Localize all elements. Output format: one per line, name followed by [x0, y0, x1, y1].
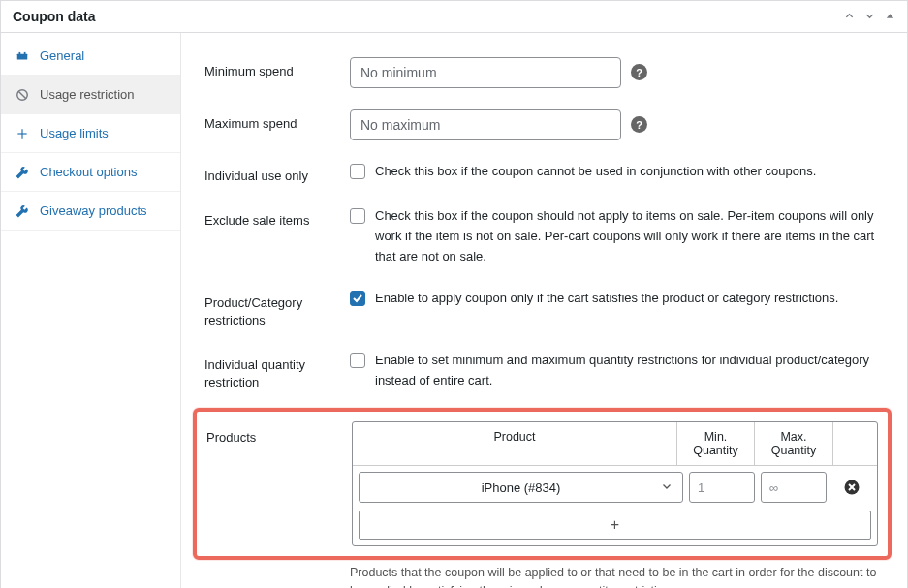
sidebar-item-giveaway-products[interactable]: Giveaway products: [1, 192, 180, 231]
sidebar-item-label: Usage limits: [40, 126, 109, 140]
collapse-icon[interactable]: [885, 11, 895, 23]
row-minimum-spend: Minimum spend ?: [204, 46, 884, 99]
move-up-icon[interactable]: [844, 11, 855, 23]
iq-restriction-text: Enable to set minimum and maximum quanti…: [375, 351, 884, 391]
panel-body: General Usage restriction Usage limits C…: [1, 33, 907, 588]
product-row: iPhone (#834): [353, 466, 877, 509]
close-icon: [843, 479, 861, 496]
products-table: Product Min. Quantity Max. Quantity iPho…: [352, 421, 878, 546]
label-maximum-spend: Maximum spend: [204, 109, 350, 133]
label-individual-use: Individual use only: [204, 162, 350, 185]
move-down-icon[interactable]: [864, 11, 875, 23]
sidebar: General Usage restriction Usage limits C…: [1, 33, 181, 588]
label-minimum-spend: Minimum spend: [204, 57, 350, 80]
coupon-data-panel: Coupon data General: [0, 0, 908, 588]
svg-rect-1: [17, 53, 28, 59]
wrench-icon: [15, 166, 30, 179]
plus-icon: +: [611, 516, 619, 534]
min-qty-input[interactable]: [689, 472, 755, 503]
label-iq-restriction: Individual quantity restriction: [204, 351, 350, 391]
panel-header: Coupon data: [1, 1, 907, 33]
row-individual-use: Individual use only Check this box if th…: [204, 151, 884, 196]
tag-icon: [15, 49, 30, 63]
help-icon[interactable]: ?: [631, 64, 647, 80]
panel-controls: [844, 11, 895, 23]
chevron-down-icon: [661, 480, 673, 495]
pc-restrictions-checkbox[interactable]: [350, 291, 365, 306]
label-products: Products: [206, 421, 352, 447]
sidebar-item-checkout-options[interactable]: Checkout options: [1, 153, 180, 192]
row-iq-restriction: Individual quantity restriction Enable t…: [204, 340, 884, 402]
svg-rect-2: [19, 51, 21, 53]
sidebar-item-label: General: [40, 48, 84, 63]
sidebar-item-label: Checkout options: [40, 165, 137, 179]
svg-marker-0: [887, 14, 893, 18]
row-maximum-spend: Maximum spend ?: [204, 99, 884, 151]
maximum-spend-input[interactable]: [350, 109, 621, 140]
sidebar-item-general[interactable]: General: [1, 37, 180, 76]
remove-row-button[interactable]: [832, 479, 871, 496]
sidebar-item-usage-restriction[interactable]: Usage restriction: [1, 76, 180, 114]
col-max-qty: Max. Quantity: [755, 422, 832, 465]
content-area: Minimum spend ? Maximum spend ? Individu…: [181, 33, 907, 588]
iq-restriction-checkbox[interactable]: [350, 353, 365, 368]
product-select[interactable]: iPhone (#834): [359, 472, 683, 503]
max-qty-input[interactable]: [761, 472, 827, 503]
exclude-sale-checkbox[interactable]: [350, 208, 365, 224]
sidebar-item-label: Usage restriction: [40, 87, 135, 102]
svg-line-5: [18, 90, 26, 98]
row-pc-restrictions: Product/Category restrictions Enable to …: [204, 278, 884, 340]
product-select-value: iPhone (#834): [482, 480, 561, 495]
ban-icon: [15, 88, 30, 102]
sidebar-item-usage-limits[interactable]: Usage limits: [1, 114, 180, 153]
col-product: Product: [353, 422, 677, 465]
products-hint: Products that the coupon will be applied…: [350, 564, 884, 588]
pc-restrictions-text: Enable to apply coupon only if the cart …: [375, 289, 838, 309]
wrench-icon: [15, 204, 30, 218]
row-exclude-sale: Exclude sale items Check this box if the…: [204, 196, 884, 277]
exclude-sale-text: Check this box if the coupon should not …: [375, 206, 884, 266]
panel-title: Coupon data: [13, 9, 96, 24]
col-min-qty: Min. Quantity: [677, 422, 755, 465]
products-table-header: Product Min. Quantity Max. Quantity: [353, 422, 877, 466]
individual-use-checkbox[interactable]: [350, 164, 365, 179]
col-delete: [832, 422, 877, 465]
label-pc-restrictions: Product/Category restrictions: [204, 289, 350, 329]
label-exclude-sale: Exclude sale items: [204, 206, 350, 230]
sidebar-item-label: Giveaway products: [40, 203, 147, 218]
sliders-icon: [15, 127, 30, 140]
products-highlight: Products Product Min. Quantity Max. Quan…: [193, 408, 892, 560]
minimum-spend-input[interactable]: [350, 57, 621, 88]
svg-rect-3: [24, 51, 26, 53]
individual-use-text: Check this box if the coupon cannot be u…: [375, 162, 816, 182]
help-icon[interactable]: ?: [631, 116, 647, 133]
add-product-button[interactable]: +: [359, 511, 871, 540]
